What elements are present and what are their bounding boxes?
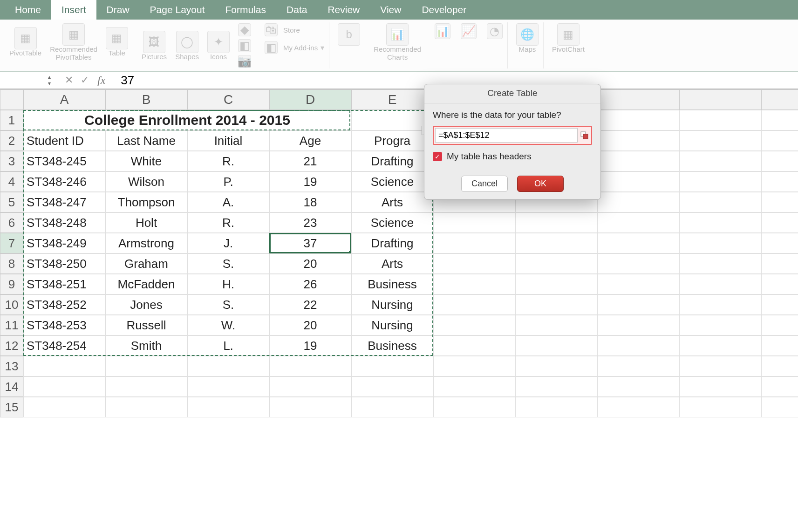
table-cell[interactable]: Russell (105, 315, 187, 335)
cell-blank[interactable] (597, 253, 679, 274)
table-cell[interactable]: ST348-246 (23, 171, 105, 192)
line-chart-icon[interactable]: 📈 (461, 23, 477, 39)
cell-blank[interactable] (761, 315, 798, 335)
cell-blank[interactable] (761, 376, 798, 397)
pivotchart-button[interactable]: PivotChart (552, 46, 585, 54)
ribbon-tab-review[interactable]: Review (317, 0, 370, 20)
range-picker-icon[interactable] (580, 130, 590, 141)
header-last-name[interactable]: Last Name (105, 130, 187, 151)
spreadsheet-grid[interactable]: A B C D E 1 College Enrollment 2014 - 20… (0, 89, 798, 417)
formula-enter-icon[interactable]: ✓ (77, 74, 93, 86)
table-cell[interactable]: Nursing (351, 315, 433, 335)
cell-blank[interactable] (679, 192, 761, 212)
ok-button[interactable]: OK (517, 176, 564, 192)
fill-handle[interactable] (349, 251, 351, 253)
table-cell[interactable]: 23 (269, 212, 351, 233)
rec-pivottables-button[interactable]: Recommended PivotTables (50, 46, 97, 61)
cell-blank[interactable] (433, 397, 515, 417)
row-header-15[interactable]: 15 (0, 397, 23, 417)
row-header-3[interactable]: 3 (0, 151, 23, 171)
cell-blank[interactable] (269, 356, 351, 376)
cell-blank[interactable] (679, 274, 761, 294)
header-student-id[interactable]: Student ID (23, 130, 105, 151)
table-cell[interactable]: ST348-247 (23, 192, 105, 212)
col-header-i[interactable] (679, 89, 761, 110)
cell-blank[interactable] (269, 397, 351, 417)
store-button[interactable]: Store (280, 26, 300, 34)
table-cell[interactable]: R. (187, 212, 269, 233)
cell-blank[interactable] (679, 315, 761, 335)
table-cell[interactable]: Arts (351, 192, 433, 212)
table-cell[interactable]: 26 (269, 274, 351, 294)
cell-blank[interactable] (679, 171, 761, 192)
cell-blank[interactable] (679, 253, 761, 274)
table-range-input[interactable] (435, 128, 578, 143)
table-cell[interactable]: White (105, 151, 187, 171)
table-cell[interactable]: 18 (269, 192, 351, 212)
cell-blank[interactable] (679, 356, 761, 376)
table-cell[interactable]: Drafting (351, 151, 433, 171)
table-cell[interactable]: Drafting (351, 233, 433, 253)
row-header-8[interactable]: 8 (0, 253, 23, 274)
pie-chart-icon[interactable]: ◔ (487, 23, 503, 39)
table-cell[interactable]: Science (351, 171, 433, 192)
cell-blank[interactable] (433, 315, 515, 335)
maps-button[interactable]: Maps (519, 46, 536, 54)
table-cell[interactable]: Thompson (105, 192, 187, 212)
cell-blank[interactable] (351, 376, 433, 397)
cell-blank[interactable] (761, 110, 798, 130)
cell-blank[interactable] (433, 356, 515, 376)
table-cell[interactable]: Graham (105, 253, 187, 274)
cell-blank[interactable] (433, 274, 515, 294)
cell-blank[interactable] (433, 335, 515, 356)
ribbon-tab-insert[interactable]: Insert (51, 0, 96, 20)
cell-blank[interactable] (597, 315, 679, 335)
table-cell[interactable]: Arts (351, 253, 433, 274)
cell-blank[interactable] (105, 356, 187, 376)
cell-blank[interactable] (351, 356, 433, 376)
table-cell[interactable]: ST348-251 (23, 274, 105, 294)
headers-checkbox[interactable]: ✓ (433, 152, 442, 161)
cell-blank[interactable] (679, 110, 761, 130)
table-cell[interactable]: 21 (269, 151, 351, 171)
ribbon-tab-data[interactable]: Data (276, 0, 317, 20)
row-header-11[interactable]: 11 (0, 315, 23, 335)
col-header-a[interactable]: A (23, 89, 105, 110)
cell-blank[interactable] (597, 356, 679, 376)
cell-blank[interactable] (515, 315, 597, 335)
cell-blank[interactable] (515, 274, 597, 294)
fx-label[interactable]: fx (93, 74, 110, 87)
cell-blank[interactable] (679, 212, 761, 233)
col-header-d[interactable]: D (269, 89, 351, 110)
col-header-b[interactable]: B (105, 89, 187, 110)
row-header-2[interactable]: 2 (0, 130, 23, 151)
header-initial[interactable]: Initial (187, 130, 269, 151)
table-cell[interactable]: ST348-245 (23, 151, 105, 171)
header-age[interactable]: Age (269, 130, 351, 151)
cell-blank[interactable] (679, 151, 761, 171)
row-header-7[interactable]: 7 (0, 233, 23, 253)
select-all-corner[interactable] (0, 89, 23, 110)
cell-blank[interactable] (269, 376, 351, 397)
row-header-1[interactable]: 1 (0, 110, 23, 130)
cell-blank[interactable] (679, 233, 761, 253)
cell-blank[interactable] (515, 376, 597, 397)
cell-blank[interactable] (597, 335, 679, 356)
table-cell[interactable]: 19 (269, 171, 351, 192)
col-header-j[interactable] (761, 89, 798, 110)
cell-blank[interactable] (761, 212, 798, 233)
cell-blank[interactable] (597, 192, 679, 212)
table-cell[interactable]: R. (187, 151, 269, 171)
ribbon-tab-developer[interactable]: Developer (411, 0, 477, 20)
table-cell[interactable]: Wilson (105, 171, 187, 192)
row-header-12[interactable]: 12 (0, 335, 23, 356)
ribbon-tab-page-layout[interactable]: Page Layout (140, 0, 215, 20)
cell-blank[interactable] (761, 356, 798, 376)
cell-blank[interactable] (761, 192, 798, 212)
cell-blank[interactable] (679, 335, 761, 356)
cell-blank[interactable] (761, 397, 798, 417)
table-cell[interactable]: Armstrong (105, 233, 187, 253)
cell-blank[interactable] (761, 151, 798, 171)
cell-blank[interactable] (515, 212, 597, 233)
cell-blank[interactable] (597, 233, 679, 253)
